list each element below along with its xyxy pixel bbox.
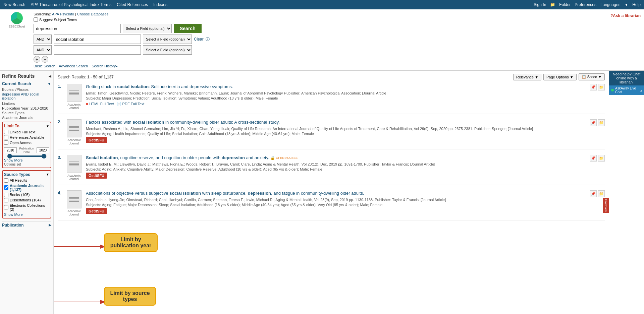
advanced-search-link[interactable]: Advanced Search (59, 64, 88, 68)
search-input-1[interactable] (34, 24, 121, 33)
folder-icon: 📁 (550, 2, 555, 7)
result-item-1: 1. Academic Journal Getting stuck in soc… (58, 84, 605, 114)
options-set-text: Options set (4, 163, 21, 166)
save-icon-3[interactable]: 📌 (590, 155, 597, 162)
collapse-sidebar-icon[interactable]: ◀ (49, 74, 51, 78)
date-slider-track[interactable] (7, 155, 47, 157)
folder-icon-1[interactable]: 📁 (598, 84, 605, 90)
html-full-text-link-1[interactable]: ■ HTML Full Text (86, 102, 114, 106)
page-options-button[interactable]: Page Options ▼ (543, 74, 577, 80)
result-number-4: 4. (58, 190, 62, 216)
dissertations-checkbox[interactable] (4, 198, 8, 202)
books-checkbox[interactable] (4, 193, 8, 197)
result-title-link-2[interactable]: Factors associated with social isolation… (86, 120, 280, 125)
search-input-3[interactable] (54, 45, 141, 55)
connector-select-2[interactable]: ANDORNOT (34, 45, 52, 55)
result-title-link-1[interactable]: Getting stuck in social isolation: Solit… (86, 84, 233, 89)
academic-journals-label: Academic Journals (1,137) (10, 184, 49, 192)
nav-cited-refs[interactable]: Cited References (117, 2, 148, 7)
db-name-link[interactable]: APA PsycInfo (52, 12, 74, 16)
show-more-link[interactable]: Show More (4, 158, 23, 162)
journal-icon-2 (67, 119, 82, 137)
current-search-toggle[interactable]: ▼ (47, 81, 51, 86)
nav-indexes[interactable]: Indexes (153, 2, 167, 7)
nav-preferences[interactable]: Preferences (575, 2, 596, 7)
linked-full-text-checkbox[interactable] (4, 130, 8, 134)
getit-button-2[interactable]: GetItSFU (86, 137, 107, 143)
references-available-label: References Available (10, 135, 44, 139)
field-select-2[interactable]: Select a Field (optional) (143, 35, 192, 44)
field-select-1[interactable]: Select a Field (optional) (123, 24, 172, 33)
dissertations-row: Dissertations (104) (4, 198, 49, 202)
result-title-link-4[interactable]: Associations of objective versus subject… (86, 191, 364, 196)
clear-link[interactable]: Clear (194, 37, 204, 42)
open-access-checkbox[interactable] (4, 140, 8, 145)
save-icon-2[interactable]: 📌 (590, 119, 597, 126)
result-title-link-3[interactable]: Social isolation, cognitive reserve, and… (86, 155, 269, 160)
remove-row-button[interactable]: − (42, 56, 48, 63)
save-icon-1[interactable]: 📌 (590, 84, 597, 90)
result-authors-3: Evans, Isobel E. M.; Llewellyn, David J.… (86, 162, 605, 166)
electronic-collections-checkbox[interactable] (4, 205, 8, 209)
ask-librarian-link[interactable]: ?Ask a librarian (610, 12, 641, 18)
nav-thesaurus[interactable]: APA Thesaurus of Psychological Index Ter… (31, 2, 111, 7)
result-number-2: 2. (58, 119, 62, 145)
pdf-full-text-link-1[interactable]: 📄 PDF Full Text (117, 102, 145, 106)
chat-expand-icon[interactable]: ▴ (640, 88, 642, 92)
all-results-row: All Results (4, 178, 49, 183)
icon-label-4: Academic Journal (66, 209, 83, 216)
references-available-checkbox[interactable] (4, 135, 8, 139)
result-links-3: GetItSFU (86, 173, 605, 179)
add-row-button[interactable]: + (34, 56, 40, 63)
slider-thumb-left[interactable] (7, 154, 12, 159)
html-icon-1: ■ (86, 102, 88, 106)
feedback-button[interactable]: Feedback (603, 198, 609, 213)
result-links-1: ■ HTML Full Text 📄 PDF Full Text (86, 102, 605, 106)
basic-search-link[interactable]: Basic Search (34, 64, 55, 68)
result-authors-2: Merchant, Reshma A.; Liu, Shumei Germain… (86, 127, 605, 131)
getit-button-3[interactable]: GetItSFU (86, 173, 107, 179)
connector-select-1[interactable]: ANDORNOT (34, 35, 52, 44)
nav-help[interactable]: Help (632, 2, 641, 7)
pub-date-from-input[interactable] (4, 147, 17, 153)
limit-to-toggle[interactable]: ▼ (46, 124, 49, 128)
search-button[interactable]: Search (174, 24, 202, 33)
search-history-link[interactable]: Search History▸ (92, 64, 118, 68)
result-actions-2: 📌 📁 (590, 119, 605, 126)
folder-icon-4[interactable]: 📁 (598, 190, 605, 197)
share-button[interactable]: 📋 Share ▼ (579, 73, 605, 80)
books-label: Books (105) (10, 193, 30, 197)
sort-button[interactable]: Relevance ▼ (513, 74, 541, 80)
search-input-2[interactable] (54, 35, 141, 44)
limit-to-button[interactable]: Limit To (4, 124, 19, 128)
results-area: Search Results: 1 - 50 of 1,137 Relevanc… (54, 71, 609, 314)
main-layout: Refine Results ◀ Current Search ▼ Boolea… (0, 71, 644, 314)
nav-new-search[interactable]: New Search (3, 2, 25, 7)
suggest-checkbox[interactable] (34, 17, 38, 22)
nav-languages[interactable]: Languages (600, 2, 620, 7)
folder-icon-2[interactable]: 📁 (598, 119, 605, 126)
result-actions-1: 📌 📁 (590, 84, 605, 90)
slider-thumb-right[interactable] (42, 154, 46, 159)
getit-button-4[interactable]: GetItSFU (86, 208, 107, 214)
choose-db-link[interactable]: Choose Databases (77, 12, 109, 16)
sidebar-title: Refine Results ◀ (2, 73, 51, 79)
all-results-checkbox[interactable] (4, 178, 8, 183)
field-select-3[interactable]: Select a Field (optional) (143, 45, 192, 55)
publication-toggle[interactable]: ▶ (49, 223, 51, 227)
pub-date-to-input[interactable] (37, 147, 49, 153)
save-icon-4[interactable]: 📌 (590, 190, 597, 197)
search-area: Searching: APA PsycInfo | Choose Databas… (34, 12, 607, 68)
search-row-3: ANDORNOT Select a Field (optional) (34, 45, 607, 55)
result-actions-3: 📌 📁 (590, 155, 605, 162)
show-more-source-link[interactable]: Show More (4, 212, 23, 216)
folder-icon-3[interactable]: 📁 (598, 155, 605, 162)
source-types-toggle[interactable]: ▼ (46, 173, 49, 176)
academic-journals-checkbox[interactable] (4, 185, 8, 190)
limit-to-section: Limit To ▼ Linked Full Text References A… (2, 122, 51, 168)
journal-icon-4 (67, 190, 82, 208)
open-access-row: Open Access (4, 140, 49, 145)
nav-folder[interactable]: Folder (559, 2, 571, 7)
limit-to-header: Limit To ▼ (4, 124, 49, 128)
nav-sign-in[interactable]: Sign In (534, 2, 546, 7)
